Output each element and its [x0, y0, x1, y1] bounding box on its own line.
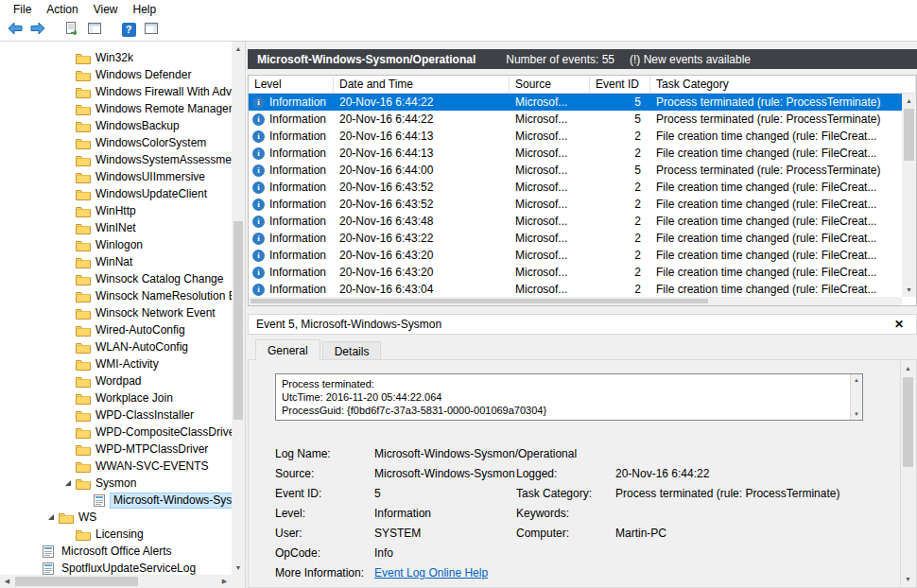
scroll-left-arrow[interactable]: ◀: [0, 575, 14, 588]
tree-item-windows-defender[interactable]: Windows Defender: [0, 66, 232, 83]
tree-horizontal-scrollbar[interactable]: ◀ ▶: [0, 575, 232, 588]
information-icon: i: [252, 199, 265, 211]
information-icon: i: [252, 250, 265, 262]
help-button[interactable]: ?: [117, 19, 140, 40]
tree-item-spotfluxupdateservicelog[interactable]: SpotfluxUpdateServiceLog: [0, 560, 232, 575]
event-row[interactable]: iInformation20-Nov-16 6:44:22Microsof...…: [249, 111, 902, 128]
tree-item-wwan-svc-events[interactable]: WWAN-SVC-EVENTS: [0, 458, 232, 475]
event-row[interactable]: iInformation20-Nov-16 6:43:20Microsof...…: [249, 247, 902, 264]
event-row[interactable]: iInformation20-Nov-16 6:43:04Microsof...…: [249, 281, 902, 297]
date-time-cell: 20-Nov-16 6:44:22: [334, 95, 510, 109]
forward-button[interactable]: [26, 19, 49, 40]
scroll-thumb[interactable]: [15, 577, 138, 586]
back-button[interactable]: [4, 19, 26, 40]
scroll-right-arrow[interactable]: ▶: [217, 575, 232, 588]
tree-item-winsock-nameresolution-e[interactable]: Winsock NameResolution E: [0, 287, 232, 304]
scroll-up-arrow[interactable]: ▲: [232, 42, 245, 56]
event-row[interactable]: iInformation20-Nov-16 6:43:20Microsof...…: [249, 264, 902, 281]
tree-item-wpd-mtpclassdriver[interactable]: WPD-MTPClassDriver: [0, 441, 232, 458]
folder-icon: [76, 137, 93, 149]
menu-view[interactable]: View: [86, 2, 126, 17]
scroll-down-arrow[interactable]: ▼: [851, 408, 862, 420]
event-id-cell: 2: [590, 147, 650, 160]
scroll-up-arrow[interactable]: ▲: [851, 374, 862, 386]
tree-item-wpd-classinstaller[interactable]: WPD-ClassInstaller: [0, 406, 232, 424]
tree-item-windowssystemassessmen[interactable]: WindowsSystemAssessmen: [0, 151, 232, 168]
event-row[interactable]: iInformation20-Nov-16 6:44:13Microsof...…: [249, 145, 902, 162]
column-header-source[interactable]: Source: [510, 76, 590, 93]
source-cell: Microsof...: [510, 112, 590, 126]
scroll-thumb[interactable]: [903, 377, 913, 467]
tree-item-label: WinHttp: [93, 204, 139, 218]
tree-item-winsock-network-event[interactable]: Winsock Network Event: [0, 304, 232, 321]
tree-item-windowscolorsystem[interactable]: WindowsColorSystem: [0, 134, 232, 151]
tree-item-wpd-compositeclassdrive[interactable]: WPD-CompositeClassDrive: [0, 424, 232, 441]
level-cell: iInformation: [249, 198, 334, 211]
tree-item-winlogon[interactable]: Winlogon: [0, 236, 232, 253]
column-header-task-category[interactable]: Task Category: [650, 76, 916, 93]
action-pane-button[interactable]: [140, 19, 163, 40]
event-row[interactable]: iInformation20-Nov-16 6:43:52Microsof...…: [249, 196, 902, 213]
tree-item-workplace-join[interactable]: Workplace Join: [0, 389, 232, 406]
close-icon[interactable]: ✕: [890, 318, 908, 331]
tree-vertical-scrollbar[interactable]: ▲ ▼: [232, 42, 245, 575]
tree-item-ws[interactable]: WS: [0, 509, 232, 526]
event-description-box[interactable]: Process terminated:UtcTime: 2016-11-20 0…: [275, 373, 863, 421]
scroll-down-arrow[interactable]: ▼: [902, 283, 916, 297]
event-list-horizontal-scrollbar[interactable]: [249, 297, 902, 305]
tree-item-wired-autoconfig[interactable]: Wired-AutoConfig: [0, 321, 232, 338]
help-icon: ?: [122, 23, 136, 37]
export-button[interactable]: [61, 19, 83, 40]
field-row: Level:InformationKeywords:: [275, 503, 850, 523]
event-list-vertical-scrollbar[interactable]: ▲ ▼: [902, 94, 916, 297]
scroll-down-arrow[interactable]: ▼: [232, 561, 245, 575]
tree-item-win32k[interactable]: Win32k: [0, 49, 232, 66]
event-row[interactable]: iInformation20-Nov-16 6:44:13Microsof...…: [249, 128, 902, 145]
menu-help[interactable]: Help: [126, 2, 164, 17]
scroll-thumb[interactable]: [251, 299, 708, 303]
chevron-expanded-icon[interactable]: [43, 512, 59, 522]
column-header-date-and-time[interactable]: Date and Time: [334, 76, 510, 93]
task-category-cell: File creation time changed (rule: FileCr…: [650, 232, 902, 245]
tab-details[interactable]: Details: [322, 341, 382, 360]
tree-item-windows-remote-manager[interactable]: Windows Remote Manager: [0, 100, 232, 117]
column-header-level[interactable]: Level: [249, 76, 334, 93]
tree-item-wlan-autoconfig[interactable]: WLAN-AutoConfig: [0, 338, 232, 355]
tree-item-licensing[interactable]: Licensing: [0, 526, 232, 543]
scroll-down-arrow[interactable]: ▼: [901, 572, 915, 586]
chevron-expanded-icon[interactable]: [61, 478, 76, 488]
tree-item-winsock-catalog-change[interactable]: Winsock Catalog Change: [0, 270, 232, 287]
tree-item-microsoft-windows-sys[interactable]: Microsoft-Windows-Sys: [0, 492, 232, 509]
date-time-cell: 20-Nov-16 6:43:04: [334, 283, 510, 296]
event-row[interactable]: iInformation20-Nov-16 6:43:52Microsof...…: [249, 179, 902, 196]
column-header-event-id[interactable]: Event ID: [590, 76, 650, 93]
scroll-thumb[interactable]: [904, 109, 914, 161]
description-scrollbar[interactable]: ▲ ▼: [850, 374, 862, 420]
tree-item-windows-firewall-with-adv[interactable]: Windows Firewall With Adv: [0, 83, 232, 100]
event-description-text: Process terminated:UtcTime: 2016-11-20 0…: [282, 377, 845, 417]
level-cell: iInformation: [249, 215, 334, 228]
tree-item-winhttp[interactable]: WinHttp: [0, 202, 232, 219]
tree-item-windowsbackup[interactable]: WindowsBackup: [0, 117, 232, 134]
scroll-up-arrow[interactable]: ▲: [901, 361, 915, 375]
scroll-thumb[interactable]: [234, 221, 243, 420]
tree-item-winnat[interactable]: WinNat: [0, 253, 232, 270]
detail-vertical-scrollbar[interactable]: ▲ ▼: [900, 361, 915, 586]
tree-item-wmi-activity[interactable]: WMI-Activity: [0, 355, 232, 372]
console-tree-button[interactable]: [83, 19, 106, 40]
tree-item-microsoft-office-alerts[interactable]: Microsoft Office Alerts: [0, 543, 232, 560]
event-row[interactable]: iInformation20-Nov-16 6:43:22Microsof...…: [249, 230, 902, 247]
event-log-online-help-link[interactable]: Event Log Online Help: [374, 566, 850, 579]
tree-item-sysmon[interactable]: Sysmon: [0, 475, 232, 492]
menu-file[interactable]: File: [6, 2, 39, 17]
event-row[interactable]: iInformation20-Nov-16 6:44:22Microsof...…: [249, 94, 902, 111]
event-row[interactable]: iInformation20-Nov-16 6:44:00Microsof...…: [249, 162, 902, 179]
tab-general[interactable]: General: [255, 339, 320, 360]
tree-item-windowsupdateclient[interactable]: WindowsUpdateClient: [0, 185, 232, 202]
event-row[interactable]: iInformation20-Nov-16 6:43:48Microsof...…: [249, 213, 902, 230]
tree-item-wordpad[interactable]: Wordpad: [0, 372, 232, 389]
tree-item-wininet[interactable]: WinINet: [0, 219, 232, 236]
tree-item-windowsuiimmersive[interactable]: WindowsUIImmersive: [0, 168, 232, 185]
menu-action[interactable]: Action: [39, 2, 85, 17]
scroll-up-arrow[interactable]: ▲: [902, 94, 916, 108]
